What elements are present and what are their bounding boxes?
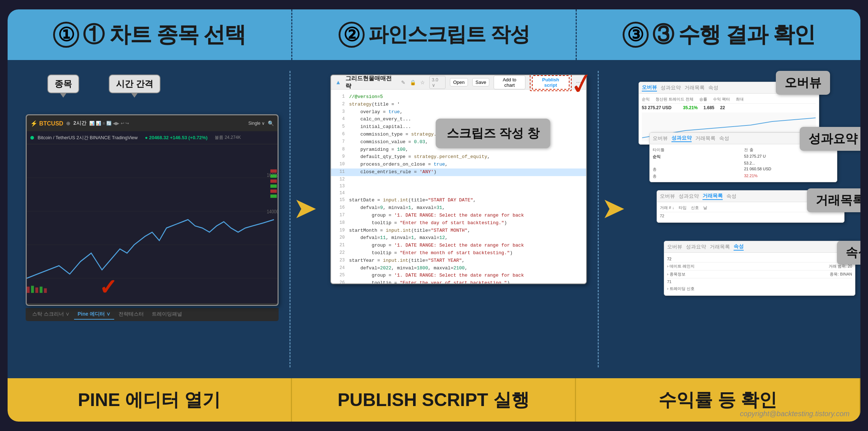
chart-topbar: ⚡ BTCUSD ⊕ 2시간 📊 📊 ≡ 🔄 ◀▶ ↩ ↪ Single ∨ 🔍 [27,115,278,131]
chart-screenshot: ⚡ BTCUSD ⊕ 2시간 📊 📊 ≡ 🔄 ◀▶ ↩ ↪ Single ∨ 🔍… [26,114,279,306]
version-label: 3.0 ∨ [429,76,446,89]
timeframe-label: 2시간 [73,120,86,127]
content-section-1: 종목 시간 간격 ⚡ BTCUSD ⊕ 2시간 📊 📊 ≡ 🔄 ◀▶ ↩ ↪ [15,71,291,367]
tab-trd-4[interactable]: 거래목록 [710,244,730,250]
code-line-17: 17 group = '1. DATE RANGE: Select the da… [331,212,586,219]
code-line-14: 14 [331,190,586,197]
header-section-2: ② 파인스크립트 작성 [292,9,577,60]
add-to-chart-button[interactable]: Add to chart [494,76,525,89]
chart-body: 160000 140000 [27,144,278,303]
triangle-icon: ▲ [335,79,341,86]
tab-overview-active[interactable]: 오버뷰 [642,84,657,91]
price-info: ● 20468.32 +146.53 (+0.72%) [145,135,207,140]
svg-text:140000: 140000 [267,209,278,214]
code-line-26: 26 tooltip = "Enter the year of start ba… [331,279,586,283]
code-line-20: 20 defval=11, minval=1, maxval=12, [331,234,586,242]
header-title-3: ③ 수행 결과 확인 [652,20,815,50]
tab-prop-active[interactable]: 속성 [734,243,744,251]
tab-perf[interactable]: 성과요약 [661,85,681,91]
copyright: copyright@backtesting.tistory.com [740,410,850,418]
header-title-2: 파인스크립트 작성 [368,21,529,48]
profit-value: 53 275.27 USD [642,105,671,110]
callout-symbol: 종목 [47,74,79,93]
step1-circle: ① [53,22,79,48]
svg-rect-16 [270,195,277,198]
props-card: 오버뷰 성과요약 거래목록 속성 72 › 데이트 레인지 거래 범위: 20 [664,241,855,296]
save-button[interactable]: Save [472,78,490,86]
tab-trades-2[interactable]: 거래목록 [695,135,716,142]
tab-trading-panel[interactable]: 트레이딩패널 [148,310,186,320]
chart-bottom-bar: 1날 5날 1달 3달 1해 5해 전체 🔁 14:53:03 (UTC+9) [27,303,278,306]
tab-ov-3[interactable]: 오버뷰 [660,193,675,200]
content-section-3: 오버뷰 성과요약 거래목록 속성 순익 청산된 트레이드 전체 승률 수익 팩터… [628,71,860,367]
code-line-25: 25 group = '1. DATE RANGE: Select the da… [331,272,586,279]
tab-pf-4[interactable]: 성과요약 [686,244,706,250]
content-row: 종목 시간 간격 ⚡ BTCUSD ⊕ 2시간 📊 📊 ≡ 🔄 ◀▶ ↩ ↪ [8,60,860,378]
svg-rect-11 [270,169,277,172]
header-section-1: ① ① 차트 종목 선택 [8,9,292,60]
props-result-label: 속성 [837,241,860,265]
profit-factor: 1.685 [704,105,714,110]
perf-result-label: 성과요약 [800,127,860,151]
header-row: ① ① 차트 종목 선택 ② 파인스크립트 작성 ③ ③ 수행 결과 확인 [8,9,860,60]
arrow-icon-2: ➤ [601,194,626,223]
star-icon: ☆ [420,80,425,85]
code-editor: ▲ 그리드현물매매전략 ✎ 🔒 ☆ 3.0 ∨ Open Save Add to… [330,74,587,284]
chart-info-bar: Bitcoin / TetherUS 2시간 BINANCE TradingVi… [27,131,278,144]
code-line-10: 10 process_orders_on_close = true, [331,161,586,168]
content-section-2: ✓ ▲ 그리드현물매매전략 ✎ 🔒 ☆ 3.0 ∨ Open Save Add … [319,71,599,367]
footer-text-2: PUBLISH SCRIPT 실행 [338,388,529,412]
tab-ov-4[interactable]: 오버뷰 [667,244,682,250]
footer-row: PINE 에디터 열기 PUBLISH SCRIPT 실행 수익률 등 확인 c… [8,378,860,422]
max-dd: 22 [720,105,725,110]
arrow-2: ➤ [599,194,628,223]
tab-props[interactable]: 속성 [708,85,718,91]
tab-strategy-tester[interactable]: 전략테스터 [115,310,147,320]
code-line-15: 15 startDate = input.int(title="START DA… [331,197,586,204]
code-line-3: 3 overlay = true, [331,108,586,116]
code-line-19: 19 startMonth = input.int(title="START M… [331,227,586,235]
btcusd-symbol: ⚡ BTCUSD [30,120,63,127]
main-container: ① ① 차트 종목 선택 ② 파인스크립트 작성 ③ ③ 수행 결과 확인 종목… [8,9,860,422]
svg-rect-14 [270,184,277,188]
code-line-9: 9 default_qty_type = strategy.percent_of… [331,153,586,161]
tab-perf-active[interactable]: 성과요약 [671,135,692,142]
tab-overview-2[interactable]: 오버뷰 [653,135,668,142]
code-line-18: 18 tooltip = "Enter the day of start bac… [331,219,586,227]
code-line-1: 1 //@version=5 [331,93,586,101]
step3-circle: ③ [623,22,649,48]
tab-stack-screener[interactable]: 스탁 스크리너 ∨ [29,310,73,320]
header-title-1: ① 차트 종목 선택 [83,20,245,50]
footer-text-3: 수익률 등 확인 [658,388,777,412]
open-button[interactable]: Open [450,78,468,86]
tab-props-2[interactable]: 속성 [719,135,729,142]
tab-pf-3[interactable]: 성과요약 [679,193,699,200]
svg-rect-8 [35,287,38,293]
svg-rect-9 [40,287,43,293]
script-callout: 스크립즈 작성 창 [436,119,550,148]
code-line-24: 24 defval=2022, minval=1800, maxval=2100… [331,265,586,272]
tab-pr-3[interactable]: 속성 [726,193,736,200]
tab-pine-editor[interactable]: Pine 에디터 ∨ [74,310,114,320]
trades-result-label: 거래목록 [807,188,860,212]
arrow-icon-1: ➤ [293,194,317,223]
props-content: 72 › 데이트 레인지 거래 범위: 20 › 종목정보 종목: BINAN [664,253,855,295]
edit-icon: ✎ [401,80,405,85]
code-line-23: 23 startYear = input.int(title="START YE… [331,257,586,265]
tab-trades[interactable]: 거래목록 [684,85,705,91]
footer-text-1: PINE 에디터 열기 [78,388,220,412]
publish-script-button[interactable]: Publish script [532,75,570,90]
code-line-11: 11 close_entries_rule = 'ANY') [331,168,586,176]
props-header: 오버뷰 성과요약 거래목록 속성 [664,241,855,253]
footer-section-2: PUBLISH SCRIPT 실행 [292,378,576,422]
footer-section-1: PINE 에디터 열기 [8,378,292,422]
arrow-1: ➤ [291,194,319,223]
code-line-13: 13 [331,183,586,190]
step2-circle: ② [339,22,365,48]
bottom-tabs: 스탁 스크리너 ∨ Pine 에디터 ∨ 전략테스터 트레이딩패널 [26,308,279,321]
svg-rect-13 [270,179,277,183]
svg-rect-15 [270,189,277,193]
win-rate: 35.21% [683,105,698,110]
code-line-12: 12 [331,176,586,183]
tab-trd-active[interactable]: 거래목록 [702,193,723,200]
